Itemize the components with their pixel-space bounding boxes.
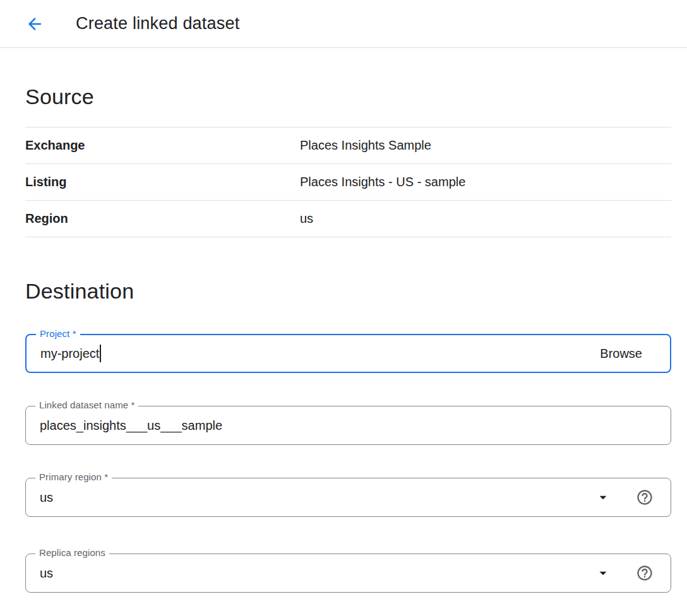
replica-regions-help-icon[interactable] [635, 564, 654, 583]
region-value: us [300, 211, 313, 226]
source-row-exchange: Exchange Places Insights Sample [25, 127, 671, 164]
listing-value: Places Insights - US - sample [300, 175, 465, 189]
linked-dataset-name-value: places_insights___us___sample [40, 418, 222, 433]
linked-dataset-name-label: Linked dataset name * [35, 400, 138, 410]
exchange-label: Exchange [25, 138, 300, 153]
project-field[interactable]: Project * my-project Browse [25, 334, 671, 373]
source-section-heading: Source [25, 85, 671, 109]
primary-region-label: Primary region * [35, 471, 112, 482]
browse-button[interactable]: Browse [600, 346, 656, 361]
region-label: Region [25, 211, 300, 226]
linked-dataset-name-field[interactable]: Linked dataset name * places_insights___… [25, 406, 671, 445]
project-field-label: Project * [36, 328, 80, 339]
primary-region-help-icon[interactable] [635, 488, 654, 507]
arrow-back-icon [25, 15, 44, 33]
chevron-down-icon [595, 565, 611, 581]
primary-region-value: us [40, 490, 53, 505]
replica-regions-label: Replica regions [35, 547, 109, 558]
project-field-value: my-project [40, 346, 99, 361]
source-row-listing: Listing Places Insights - US - sample [25, 164, 671, 201]
main-content: Source Exchange Places Insights Sample L… [0, 85, 687, 593]
exchange-value: Places Insights Sample [300, 138, 431, 153]
listing-label: Listing [25, 175, 300, 189]
primary-region-select[interactable]: Primary region * us [25, 478, 671, 517]
text-cursor [100, 345, 101, 362]
source-info-table: Exchange Places Insights Sample Listing … [25, 127, 671, 237]
replica-regions-value: us [40, 566, 53, 581]
destination-section-heading: Destination [25, 279, 671, 304]
back-button[interactable] [21, 11, 48, 37]
chevron-down-icon [595, 489, 611, 506]
source-row-region: Region us [25, 201, 671, 237]
page-title: Create linked dataset [76, 14, 239, 33]
replica-regions-select[interactable]: Replica regions us [25, 554, 671, 593]
header: Create linked dataset [0, 0, 687, 48]
